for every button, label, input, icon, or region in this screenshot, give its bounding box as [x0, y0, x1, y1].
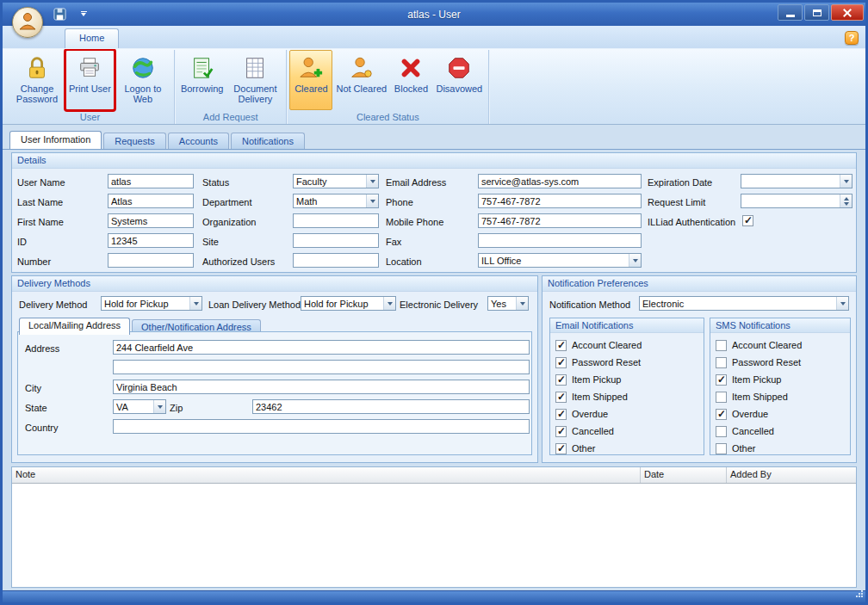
city-input[interactable]: [113, 380, 530, 394]
blocked-button[interactable]: Blocked: [389, 50, 432, 110]
email-option-other[interactable]: Other: [550, 440, 704, 457]
delivery-method-select[interactable]: Hold for Pickup: [101, 296, 202, 311]
sms-option-other[interactable]: Other: [710, 440, 850, 457]
checkbox-icon[interactable]: [716, 443, 727, 454]
help-icon[interactable]: [845, 31, 859, 45]
request-limit-spinner[interactable]: [741, 194, 852, 208]
details-row: First Name Organization Mobile Phone ILL…: [12, 213, 856, 232]
fax-input[interactable]: [478, 233, 642, 248]
tab-local-mailing-address[interactable]: Local/Mailing Address: [19, 318, 130, 335]
checkbox-icon[interactable]: [555, 443, 567, 454]
chevron-down-icon[interactable]: [516, 297, 528, 310]
notes-column-date[interactable]: Date: [641, 467, 727, 483]
mobile-phone-input[interactable]: [478, 213, 642, 228]
last-name-input[interactable]: [108, 194, 194, 208]
checkbox-icon[interactable]: [555, 426, 567, 437]
maximize-icon: [813, 9, 822, 16]
cleared-button[interactable]: Cleared: [289, 50, 332, 110]
loan-delivery-method-select[interactable]: Hold for Pickup: [301, 296, 396, 311]
sms-option-cancelled[interactable]: Cancelled: [710, 423, 850, 440]
id-input[interactable]: [108, 233, 194, 248]
email-option-item-pickup[interactable]: Item Pickup: [550, 371, 704, 388]
checkbox-icon[interactable]: [716, 426, 727, 437]
first-name-input[interactable]: [108, 213, 194, 228]
checkbox-icon[interactable]: [555, 374, 567, 386]
email-input[interactable]: [478, 174, 642, 188]
tab-user-information[interactable]: User Information: [9, 131, 102, 149]
notes-column-note[interactable]: Note: [12, 467, 641, 483]
resize-grip-icon[interactable]: [855, 586, 864, 602]
tab-notifications[interactable]: Notifications: [231, 133, 305, 149]
address-line1-input[interactable]: [113, 340, 530, 355]
change-password-button[interactable]: Change Password: [9, 50, 65, 110]
location-select[interactable]: ILL Office: [478, 253, 642, 268]
notification-method-select[interactable]: Electronic: [639, 296, 849, 311]
application-menu-button[interactable]: [12, 7, 43, 38]
sms-option-password-reset[interactable]: Password Reset: [710, 354, 850, 371]
lock-icon: [23, 54, 51, 82]
borrowing-button[interactable]: Borrowing: [177, 50, 227, 110]
checkbox-icon[interactable]: [716, 374, 727, 386]
site-input[interactable]: [293, 233, 379, 248]
ribbon-group-add-request-buttons: Borrowing Document Delivery: [177, 50, 284, 111]
chevron-down-icon[interactable]: [366, 175, 378, 188]
spinner-arrows-icon[interactable]: [840, 194, 852, 207]
logon-to-web-button[interactable]: Logon to Web: [115, 50, 171, 110]
sms-option-overdue[interactable]: Overdue: [710, 405, 850, 423]
email-option-cancelled[interactable]: Cancelled: [550, 423, 704, 440]
checkbox-icon[interactable]: [555, 340, 567, 351]
notes-column-added-by[interactable]: Added By: [727, 467, 856, 483]
close-button[interactable]: [831, 4, 864, 21]
organization-input[interactable]: [293, 213, 379, 228]
checkbox-icon[interactable]: [716, 357, 727, 368]
email-option-account-cleared[interactable]: Account Cleared: [550, 336, 704, 354]
number-input[interactable]: [108, 253, 194, 268]
sms-option-account-cleared[interactable]: Account Cleared: [710, 336, 850, 354]
ribbon-tab-home[interactable]: Home: [65, 28, 119, 48]
expiration-date-select[interactable]: [741, 174, 852, 188]
sms-option-item-shipped[interactable]: Item Shipped: [710, 388, 850, 405]
tab-accounts[interactable]: Accounts: [168, 133, 229, 149]
address-line2-input[interactable]: [113, 360, 530, 374]
chevron-down-icon[interactable]: [153, 400, 165, 413]
chevron-down-icon[interactable]: [840, 175, 852, 188]
local-mailing-address-panel: Address City State VA Zip: [17, 331, 532, 455]
illiad-authentication-checkbox[interactable]: [742, 215, 753, 226]
authorized-users-input[interactable]: [293, 253, 379, 268]
checkbox-icon[interactable]: [716, 340, 727, 351]
chevron-down-icon[interactable]: [189, 297, 202, 310]
disavowed-button[interactable]: Disavowed: [432, 50, 486, 110]
chevron-down-icon[interactable]: [629, 254, 641, 267]
department-select[interactable]: Math: [293, 194, 379, 208]
checkbox-icon[interactable]: [555, 409, 567, 420]
checkbox-icon[interactable]: [555, 392, 567, 403]
address-row: State VA Zip: [18, 398, 531, 418]
sms-option-item-pickup[interactable]: Item Pickup: [710, 371, 850, 388]
email-option-password-reset[interactable]: Password Reset: [550, 354, 704, 371]
country-input[interactable]: [113, 419, 530, 434]
state-select[interactable]: VA: [113, 399, 166, 414]
zip-input[interactable]: [252, 399, 530, 414]
id-label: ID: [17, 237, 27, 247]
checkbox-icon[interactable]: [555, 357, 567, 368]
minimize-button[interactable]: [778, 4, 803, 21]
chevron-down-icon[interactable]: [383, 297, 395, 310]
tab-requests[interactable]: Requests: [103, 133, 165, 149]
chevron-down-icon[interactable]: [366, 194, 378, 207]
email-option-item-shipped[interactable]: Item Shipped: [550, 388, 704, 405]
email-option-overdue[interactable]: Overdue: [550, 405, 704, 423]
address-row: Address: [18, 339, 531, 359]
electronic-delivery-select[interactable]: Yes: [487, 296, 529, 311]
notes-table-body[interactable]: [12, 484, 856, 587]
chevron-down-icon[interactable]: [836, 297, 848, 310]
department-value: Math: [294, 194, 366, 207]
checkbox-icon[interactable]: [716, 392, 727, 403]
print-user-button[interactable]: Print User: [65, 50, 115, 110]
checkbox-icon[interactable]: [716, 409, 727, 420]
maximize-button[interactable]: [804, 4, 829, 21]
phone-input[interactable]: [478, 194, 642, 208]
not-cleared-button[interactable]: Not Cleared: [332, 50, 389, 110]
status-select[interactable]: Faculty: [293, 174, 379, 188]
document-delivery-button[interactable]: Document Delivery: [226, 50, 283, 110]
user-name-input[interactable]: [108, 174, 194, 188]
